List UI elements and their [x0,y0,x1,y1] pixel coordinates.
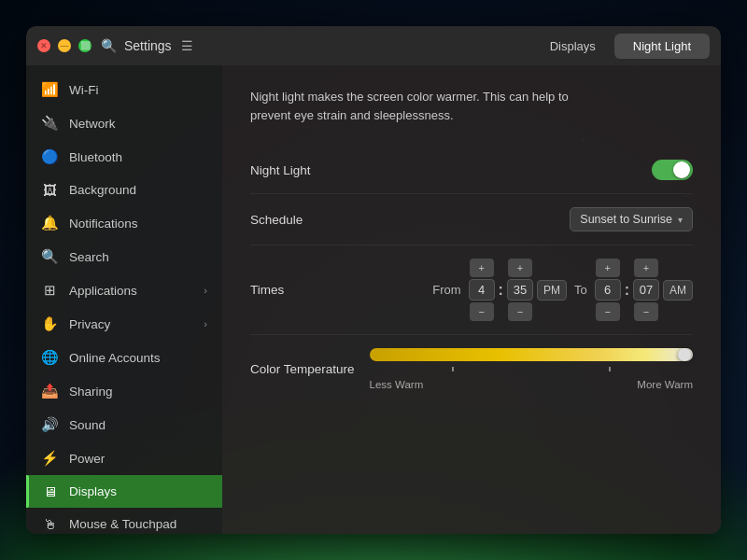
sidebar-item-applications[interactable]: ⊞ Applications › [26,273,222,307]
sharing-icon: 📤 [41,383,58,399]
notifications-icon: 🔔 [41,215,58,231]
sidebar-item-search[interactable]: 🔍 Search [26,240,222,273]
main-area: 📶 Wi-Fi 🔌 Network 🔵 Bluetooth 🖼 Backgrou… [26,65,721,534]
to-hour-value: 6 [595,279,621,301]
times-label: Times [250,283,353,297]
wifi-icon: 📶 [41,81,58,98]
sidebar-item-label: Network [69,117,116,131]
chevron-right-icon: › [204,318,207,329]
to-ampm: AM [663,280,693,301]
sidebar-item-label: Privacy [69,317,110,331]
bluetooth-icon: 🔵 [41,148,58,165]
sidebar-item-label: Sharing [69,385,113,399]
from-minute-value: 35 [507,279,533,301]
more-warm-label: More Warm [637,379,693,390]
displays-icon: 🖥 [41,483,58,499]
sidebar-item-label: Online Accounts [69,351,161,365]
sidebar-item-power[interactable]: ⚡ Power [26,441,222,475]
sound-icon: 🔊 [41,416,58,433]
tab-displays[interactable]: Displays [531,34,614,59]
sidebar-item-background[interactable]: 🖼 Background [26,174,222,206]
schedule-value: Sunset to Sunrise [580,213,672,226]
temp-section: Less Warm More Warm [370,348,693,390]
tab-night-light[interactable]: Night Light [614,34,710,59]
to-hour-spinbox: + 6 − [595,259,621,321]
window-controls: ✕ — ⬜ [37,39,92,52]
content-panel: Night light makes the screen color warme… [222,65,721,534]
from-hour-decrease[interactable]: − [470,302,494,321]
tick-2 [609,367,611,371]
schedule-label: Schedule [250,213,353,227]
titlebar-tabs: Displays Night Light [531,34,710,59]
sidebar-item-sharing[interactable]: 📤 Sharing [26,374,222,408]
less-warm-label: Less Warm [370,379,424,390]
close-button[interactable]: ✕ [37,39,50,52]
times-control: From + 4 − : + 35 − [368,259,693,321]
from-hour-increase[interactable]: + [470,259,494,277]
night-light-toggle[interactable] [652,160,693,180]
from-minute-spinbox: + 35 − [507,259,533,321]
to-minute-increase[interactable]: + [634,259,658,277]
slider-thumb[interactable] [678,348,691,361]
night-light-label: Night Light [250,163,353,177]
sidebar-item-label: Background [69,183,136,197]
background-icon: 🖼 [41,182,58,198]
sidebar-item-label: Sound [69,418,106,432]
sidebar-item-label: Mouse & Touchpad [69,517,176,531]
sidebar-item-label: Applications [69,284,137,298]
color-temp-row: Color Temperature Less Warm More Warm [250,335,693,403]
sidebar-item-bluetooth[interactable]: 🔵 Bluetooth [26,140,222,174]
night-light-control [368,160,693,180]
privacy-icon: ✋ [41,315,58,332]
slider-ticks [370,367,693,371]
from-hour-spinbox: + 4 − [469,259,495,321]
sidebar-item-sound[interactable]: 🔊 Sound [26,408,222,441]
power-icon: ⚡ [41,450,58,467]
sidebar-item-wifi[interactable]: 📶 Wi-Fi [26,73,222,106]
sidebar-item-network[interactable]: 🔌 Network [26,106,222,140]
sidebar-item-displays[interactable]: 🖥 Displays [26,475,222,508]
maximize-button[interactable]: ⬜ [78,39,92,52]
color-temp-slider[interactable] [370,348,693,361]
search-icon[interactable]: 🔍 [101,38,117,53]
color-temp-label: Color Temperature [250,362,355,376]
menu-icon[interactable]: ☰ [181,38,193,53]
sidebar-item-label: Power [69,452,105,466]
from-minute-increase[interactable]: + [508,259,532,277]
chevron-right-icon: › [204,285,207,296]
dropdown-arrow-icon: ▾ [678,215,683,225]
to-minute-spinbox: + 07 − [633,259,659,321]
network-icon: 🔌 [41,115,58,132]
applications-icon: ⊞ [41,282,58,299]
sidebar-item-label: Displays [69,484,117,498]
from-minute-decrease[interactable]: − [508,302,532,321]
online-accounts-icon: 🌐 [41,349,58,366]
from-label: From [432,283,460,297]
schedule-row: Schedule Sunset to Sunrise ▾ [250,194,693,245]
sidebar-item-label: Search [69,250,109,264]
color-temp-control: Less Warm More Warm [370,348,693,390]
window-title: Settings [124,38,172,53]
night-light-description: Night light makes the screen color warme… [250,88,605,124]
to-minute-decrease[interactable]: − [634,302,658,321]
to-hour-increase[interactable]: + [596,259,620,277]
search-icon: 🔍 [41,248,58,265]
times-inner: From + 4 − : + 35 − [429,259,693,321]
sidebar-item-online-accounts[interactable]: 🌐 Online Accounts [26,341,222,374]
mouse-icon: 🖱 [41,516,58,532]
titlebar: ✕ — ⬜ 🔍 Settings ☰ Displays Night Light [26,26,721,65]
schedule-dropdown[interactable]: Sunset to Sunrise ▾ [570,207,693,231]
to-hour-decrease[interactable]: − [596,302,620,321]
to-minute-value: 07 [633,279,659,301]
from-ampm: PM [537,280,567,301]
sidebar-item-mouse-touchpad[interactable]: 🖱 Mouse & Touchpad [26,508,222,534]
schedule-control: Sunset to Sunrise ▾ [368,207,693,231]
sidebar-item-privacy[interactable]: ✋ Privacy › [26,307,222,341]
to-label: To [574,283,587,297]
sidebar-item-notifications[interactable]: 🔔 Notifications [26,206,222,240]
sidebar-item-label: Notifications [69,217,138,231]
sidebar-item-label: Wi-Fi [69,83,98,97]
times-row: Times From + 4 − : [250,245,693,335]
minimize-button[interactable]: — [58,39,71,52]
sidebar-item-label: Bluetooth [69,150,122,164]
